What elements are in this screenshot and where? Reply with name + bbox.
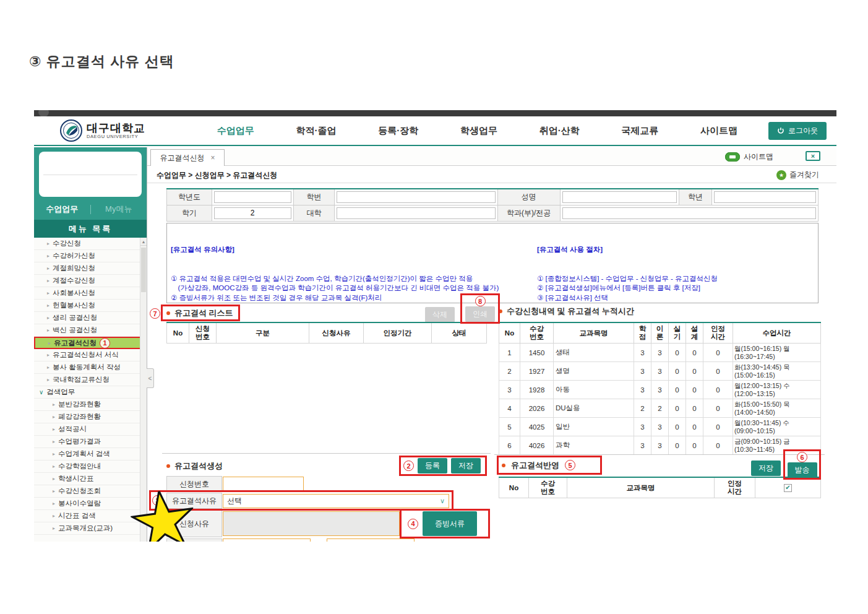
attachment-button[interactable]: 증빙서류 bbox=[423, 511, 477, 536]
menu-arrow-icon: ▸ bbox=[53, 426, 55, 432]
cell-hours: 0 bbox=[703, 362, 733, 381]
grade-input[interactable] bbox=[714, 191, 816, 203]
page: ③ 유고결석 사유 선택 대구대학교 DAEGU UNIVERSITY bbox=[0, 0, 868, 614]
college-input[interactable] bbox=[337, 207, 495, 219]
sidebar-menu-item[interactable]: ▸ 성적공시 bbox=[34, 423, 147, 436]
sidebar-section-search[interactable]: ∨ 검색업무 bbox=[34, 386, 147, 399]
period-start-input[interactable]: ⊞ bbox=[223, 538, 311, 542]
sidebar-menu-item[interactable]: ▸ 계절수강신청 bbox=[34, 275, 147, 287]
power-icon bbox=[777, 127, 784, 134]
enrollment-column: 학 점 bbox=[634, 322, 651, 344]
sidebar-menu-item[interactable]: ▸ 수업평가결과 bbox=[34, 436, 147, 448]
annotation-7: 7 bbox=[150, 308, 160, 319]
nav-item[interactable]: 사이트맵 bbox=[700, 125, 737, 137]
absence-list-column: No bbox=[167, 322, 189, 344]
sidebar-menu-item[interactable]: ▸ 백신 공결신청 bbox=[34, 324, 147, 337]
reflect-col-no: No bbox=[499, 477, 529, 498]
favorites-button[interactable]: ★ 즐겨찾기 bbox=[776, 170, 819, 180]
absence-list-column: 상태 bbox=[432, 322, 487, 344]
enrollment-row: 6 4026 과학 3 3 0 0 0 금(09:00~10:15) 금(10:… bbox=[499, 436, 821, 455]
annotation-8: 8 bbox=[475, 296, 486, 306]
logo-subtitle: DAEGU UNIVERSITY bbox=[87, 134, 145, 139]
sidebar-menu-item[interactable]: ▸ 계절희망신청 bbox=[34, 262, 147, 275]
sidebar-menu-item[interactable]: ▸ 수강학점안내 bbox=[34, 460, 147, 473]
reason-annotation-box bbox=[149, 490, 453, 511]
sidebar-menu-item[interactable]: ▸ 분반강좌현황 bbox=[34, 399, 147, 411]
sidebar-menu-item[interactable]: ▸ 유고결석신청서 서식 bbox=[34, 349, 147, 361]
menu-arrow-icon: ▸ bbox=[47, 352, 49, 358]
studentno-input[interactable] bbox=[337, 191, 495, 203]
nav-item[interactable]: 등록·장학 bbox=[378, 125, 418, 137]
sidebar-item-absence-apply[interactable]: ▸ 유고결석신청 1 bbox=[34, 337, 147, 349]
absence-list-column: 구분 bbox=[217, 322, 309, 344]
nav-item[interactable]: 수업업무 bbox=[217, 125, 254, 137]
separator bbox=[494, 454, 825, 455]
menu-arrow-icon: ▸ bbox=[53, 476, 55, 482]
page-title: ③ 유고결석 사유 선택 bbox=[29, 52, 174, 71]
tab-absence-apply[interactable]: 유고결석신청 × bbox=[150, 149, 225, 166]
annotation-5: 5 bbox=[565, 460, 575, 470]
sidebar-tabs: 수업업무 My메뉴 bbox=[34, 201, 147, 217]
cell-code: 2026 bbox=[520, 399, 554, 418]
semester-input[interactable] bbox=[214, 207, 291, 219]
logout-button[interactable]: 로그아웃 bbox=[768, 122, 827, 140]
reflect-save-button[interactable]: 저장 bbox=[751, 460, 781, 476]
cell-credit: 2 bbox=[634, 399, 651, 418]
year-label: 학년도 bbox=[167, 189, 212, 205]
delete-button[interactable]: 삭제 bbox=[425, 307, 455, 322]
name-input[interactable] bbox=[562, 191, 677, 203]
annotation-6: 6 bbox=[797, 452, 807, 462]
applyno-input[interactable] bbox=[223, 477, 304, 491]
nav-item[interactable]: 학생업무 bbox=[460, 125, 497, 137]
sidebar-menu-item[interactable]: ▸ 사회봉사신청 bbox=[34, 287, 147, 300]
favorites-label: 즐겨찾기 bbox=[789, 170, 819, 180]
sidebar-menu-item[interactable]: ▸ 봉사 활동계획서 작성 bbox=[34, 361, 147, 374]
sitemap-link[interactable]: 사이트맵 bbox=[725, 152, 773, 162]
cell-course-name: 일반 bbox=[554, 418, 634, 436]
create-buttons-box: 2 등록 저장 bbox=[399, 456, 487, 476]
detail-reason-textarea[interactable] bbox=[223, 511, 400, 536]
send-button[interactable]: 발송 bbox=[788, 462, 817, 478]
period-end-input[interactable]: ⊞ bbox=[327, 538, 415, 542]
create-save-button[interactable]: 저장 bbox=[451, 458, 481, 473]
sidebar-menu-item[interactable]: ▸ 수강허가신청 bbox=[34, 250, 147, 262]
sidebar-menu-item[interactable]: ▸ 수업계획서 검색 bbox=[34, 448, 147, 460]
scrollbar-thumb[interactable] bbox=[141, 248, 146, 292]
tab-close-icon[interactable]: × bbox=[210, 154, 215, 162]
menu-arrow-icon: ▸ bbox=[53, 513, 55, 519]
print-button[interactable]: 인쇄 bbox=[465, 306, 495, 322]
sidebar-menu-item[interactable]: ▸ 교과목개요(교과) bbox=[34, 522, 147, 535]
sidebar-collapse-handle[interactable]: < bbox=[147, 368, 154, 388]
sidebar-menu-item[interactable]: ▸ 헌혈봉사신청 bbox=[34, 300, 147, 312]
annotation-1: 1 bbox=[100, 338, 110, 348]
year-input[interactable] bbox=[214, 191, 291, 203]
dept-input[interactable] bbox=[562, 207, 816, 219]
cell-code: 4026 bbox=[520, 436, 554, 455]
sidebar-tab-lecture[interactable]: 수업업무 bbox=[34, 204, 90, 215]
cell-design: 0 bbox=[686, 418, 703, 436]
sidebar-menu-item[interactable]: ▸ 생리 공결신청 bbox=[34, 312, 147, 324]
close-all-tabs-icon[interactable]: × bbox=[806, 151, 820, 161]
reflect-col-check: ✔ bbox=[755, 477, 821, 498]
sidebar-menu-item[interactable]: ▸ 수강신청 bbox=[34, 238, 147, 250]
sidebar-menu-item[interactable]: ▸ 폐강강좌현황 bbox=[34, 411, 147, 423]
scroll-up-icon[interactable]: ▲ bbox=[140, 238, 147, 246]
logo-title: 대구대학교 bbox=[87, 123, 145, 134]
menu-arrow-icon: ▸ bbox=[47, 303, 49, 308]
nav-item[interactable]: 국제교류 bbox=[621, 125, 658, 137]
notice-box: [유고결석 유의사항] ① 유고결석 적용은 대면수업 및 실시간 Zoom 수… bbox=[166, 223, 819, 303]
sidebar-tab-mymenu[interactable]: My메뉴 bbox=[91, 204, 147, 215]
register-button[interactable]: 등록 bbox=[418, 458, 447, 473]
sidebar-menu-item[interactable]: ▸ 학생시간표 bbox=[34, 473, 147, 485]
menu-arrow-icon: ▸ bbox=[53, 464, 55, 469]
cell-credit: 3 bbox=[634, 436, 651, 455]
nav-item[interactable]: 학적·졸업 bbox=[296, 125, 337, 137]
sidebar-menu-item[interactable]: ▸ 국내학점교류신청 bbox=[34, 374, 147, 386]
select-all-checkbox[interactable]: ✔ bbox=[784, 484, 792, 492]
menu-arrow-icon: ▸ bbox=[48, 340, 51, 346]
sidebar-menu-item-clipped[interactable] bbox=[34, 535, 147, 542]
tab-bar: 유고결석신청 × 사이트맵 × bbox=[147, 147, 836, 166]
logout-label: 로그아웃 bbox=[788, 126, 818, 136]
nav-item[interactable]: 취업·산학 bbox=[539, 125, 580, 137]
cell-code: 1927 bbox=[520, 362, 554, 381]
